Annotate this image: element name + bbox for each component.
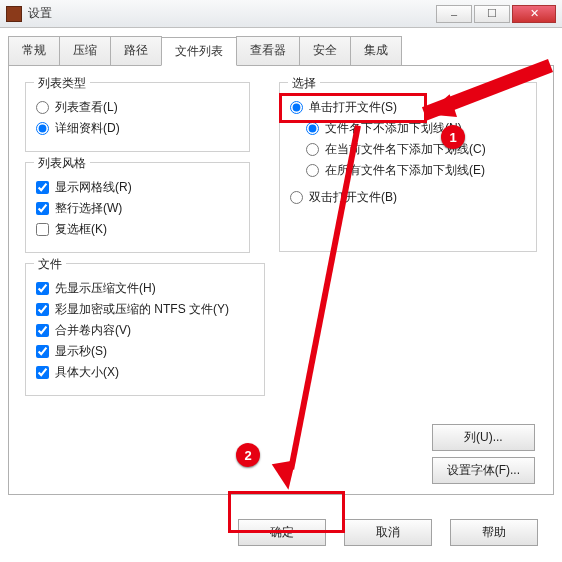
- tab-strip: 常规 压缩 路径 文件列表 查看器 安全 集成: [8, 36, 562, 65]
- annotation-badge-1: 1: [441, 125, 465, 149]
- check-checkbox[interactable]: 复选框(K): [36, 221, 239, 238]
- tab-filelist[interactable]: 文件列表: [161, 37, 237, 66]
- help-button[interactable]: 帮助: [450, 519, 538, 546]
- check-label: 合并卷内容(V): [55, 322, 131, 339]
- tab-panel: 列表类型 列表查看(L) 详细资料(D) 列表风格 显示网格线(R) 整行选择(…: [8, 65, 554, 495]
- check-color-ntfs[interactable]: 彩显加密或压缩的 NTFS 文件(Y): [36, 301, 254, 318]
- check-gridlines[interactable]: 显示网格线(R): [36, 179, 239, 196]
- radio-label: 单击打开文件(S): [309, 99, 397, 116]
- group-list-style: 列表风格 显示网格线(R) 整行选择(W) 复选框(K): [25, 162, 250, 253]
- tab-security[interactable]: 安全: [299, 36, 351, 65]
- radio-single-click[interactable]: 单击打开文件(S): [290, 99, 526, 116]
- left-column: 列表类型 列表查看(L) 详细资料(D) 列表风格 显示网格线(R) 整行选择(…: [15, 72, 260, 406]
- radio-no-underline[interactable]: 文件名下不添加下划线(N): [306, 120, 526, 137]
- tab-viewer[interactable]: 查看器: [236, 36, 300, 65]
- radio-list-view[interactable]: 列表查看(L): [36, 99, 239, 116]
- right-column: 选择 单击打开文件(S) 文件名下不添加下划线(N) 在当前文件名下添加下划线(…: [269, 72, 547, 262]
- check-label: 具体大小(X): [55, 364, 119, 381]
- group-title: 列表风格: [34, 155, 90, 172]
- annotation-badge-2: 2: [236, 443, 260, 467]
- check-exact-size[interactable]: 具体大小(X): [36, 364, 254, 381]
- window-controls: – ☐ ✕: [436, 5, 556, 23]
- radio-detail-view[interactable]: 详细资料(D): [36, 120, 239, 137]
- radio-label: 详细资料(D): [55, 120, 120, 137]
- check-fullrow[interactable]: 整行选择(W): [36, 200, 239, 217]
- check-merge-volumes[interactable]: 合并卷内容(V): [36, 322, 254, 339]
- titlebar: 设置 – ☐ ✕: [0, 0, 562, 28]
- app-icon: [6, 6, 22, 22]
- dialog-buttons: 确定 取消 帮助: [238, 519, 538, 546]
- check-archives-first[interactable]: 先显示压缩文件(H): [36, 280, 254, 297]
- check-label: 彩显加密或压缩的 NTFS 文件(Y): [55, 301, 229, 318]
- check-label: 先显示压缩文件(H): [55, 280, 156, 297]
- close-button[interactable]: ✕: [512, 5, 556, 23]
- side-buttons: 列(U)... 设置字体(F)...: [432, 424, 535, 484]
- maximize-button[interactable]: ☐: [474, 5, 510, 23]
- group-list-type: 列表类型 列表查看(L) 详细资料(D): [25, 82, 250, 152]
- ok-button[interactable]: 确定: [238, 519, 326, 546]
- settings-dialog: 设置 – ☐ ✕ 常规 压缩 路径 文件列表 查看器 安全 集成 列表类型 列表…: [0, 0, 562, 562]
- radio-label: 列表查看(L): [55, 99, 118, 116]
- radio-label: 双击打开文件(B): [309, 189, 397, 206]
- check-show-seconds[interactable]: 显示秒(S): [36, 343, 254, 360]
- tab-general[interactable]: 常规: [8, 36, 60, 65]
- group-select: 选择 单击打开文件(S) 文件名下不添加下划线(N) 在当前文件名下添加下划线(…: [279, 82, 537, 252]
- group-title: 选择: [288, 75, 320, 92]
- check-label: 整行选择(W): [55, 200, 122, 217]
- radio-underline-all[interactable]: 在所有文件名下添加下划线(E): [306, 162, 526, 179]
- tab-path[interactable]: 路径: [110, 36, 162, 65]
- window-title: 设置: [28, 5, 436, 22]
- tab-compress[interactable]: 压缩: [59, 36, 111, 65]
- radio-double-click[interactable]: 双击打开文件(B): [290, 189, 526, 206]
- minimize-button[interactable]: –: [436, 5, 472, 23]
- group-title: 文件: [34, 256, 66, 273]
- check-label: 显示网格线(R): [55, 179, 132, 196]
- radio-underline-current[interactable]: 在当前文件名下添加下划线(C): [306, 141, 526, 158]
- group-file: 文件 先显示压缩文件(H) 彩显加密或压缩的 NTFS 文件(Y) 合并卷内容(…: [25, 263, 265, 396]
- columns-button[interactable]: 列(U)...: [432, 424, 535, 451]
- check-label: 复选框(K): [55, 221, 107, 238]
- font-button[interactable]: 设置字体(F)...: [432, 457, 535, 484]
- cancel-button[interactable]: 取消: [344, 519, 432, 546]
- group-title: 列表类型: [34, 75, 90, 92]
- annotation-arrowhead-2: [272, 460, 300, 492]
- tab-integration[interactable]: 集成: [350, 36, 402, 65]
- check-label: 显示秒(S): [55, 343, 107, 360]
